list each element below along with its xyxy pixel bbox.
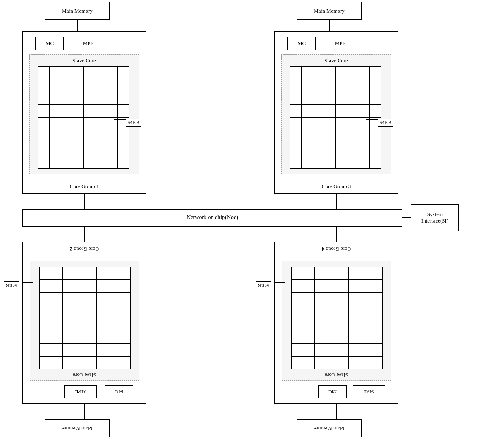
conn-kb-cg4 bbox=[274, 282, 285, 283]
core-group-4: Slave Core MPE MC C bbox=[274, 242, 398, 404]
grid-cg1 bbox=[38, 66, 129, 169]
conn-cg1-noc bbox=[84, 194, 85, 209]
main-memory-cg3: Main Memory bbox=[297, 2, 362, 20]
mpe-cg2: MPE bbox=[64, 385, 97, 398]
conn-kb-cg3 bbox=[366, 119, 378, 120]
conn-mm-cg3 bbox=[329, 20, 330, 31]
slave-core-cg4: Slave Core bbox=[282, 261, 391, 381]
grid-cg4 bbox=[291, 267, 383, 369]
core-group-1: MC MPE Slave Core C bbox=[22, 31, 146, 194]
cg4-label: Core Group 4 bbox=[275, 246, 398, 252]
main-memory-cg1: Main Memory bbox=[45, 2, 110, 20]
conn-mm-cg1 bbox=[77, 20, 78, 31]
main-memory-cg4: Main Memory bbox=[297, 419, 362, 437]
slave-core-label-cg1: Slave Core bbox=[30, 57, 139, 64]
slave-core-cg2: Slave Core bbox=[30, 261, 139, 381]
grid-cg2 bbox=[39, 267, 131, 369]
kb-label-cg2: 64KB bbox=[4, 281, 19, 289]
conn-cg3-noc bbox=[336, 194, 337, 209]
diagram-container: Main Memory MC MPE Slave Core bbox=[0, 0, 504, 443]
conn-noc-cg4 bbox=[336, 227, 337, 242]
core-group-3: MC MPE Slave Core Core Group 3 bbox=[274, 31, 398, 194]
mc-cg1: MC bbox=[35, 37, 64, 50]
conn-cg4-mm bbox=[336, 404, 337, 419]
conn-kb-cg1 bbox=[114, 119, 126, 120]
conn-kb-cg2 bbox=[22, 282, 33, 283]
cg2-label: Core Group 2 bbox=[23, 246, 146, 252]
cg1-label: Core Group 1 bbox=[23, 183, 146, 190]
mpe-cg1: MPE bbox=[72, 37, 104, 50]
mc-cg2: MC bbox=[105, 385, 133, 398]
slave-core-label-cg2: Slave Core bbox=[30, 372, 139, 378]
si-box: System Interface(SI) bbox=[411, 204, 459, 231]
main-memory-cg2: Main Memory bbox=[45, 419, 110, 437]
slave-core-label-cg4: Slave Core bbox=[282, 372, 391, 378]
slave-core-label-cg3: Slave Core bbox=[282, 57, 391, 64]
kb-label-cg3: 64KB bbox=[378, 119, 393, 127]
kb-label-cg4: 64KB bbox=[256, 281, 271, 289]
grid-cg3 bbox=[290, 66, 381, 169]
slave-core-cg1: Slave Core bbox=[29, 54, 139, 174]
mc-cg3: MC bbox=[287, 37, 316, 50]
cg3-label: Core Group 3 bbox=[275, 183, 398, 190]
conn-cg2-mm bbox=[84, 404, 85, 419]
mc-cg4: MC bbox=[318, 385, 347, 398]
conn-noc-si bbox=[402, 217, 411, 218]
slave-core-cg3: Slave Core bbox=[281, 54, 391, 174]
noc-bar: Network on chip(Noc) bbox=[22, 209, 402, 227]
kb-label-cg1: 64KB bbox=[126, 119, 141, 127]
conn-noc-cg2 bbox=[84, 227, 85, 242]
mpe-cg3: MPE bbox=[324, 37, 356, 50]
mpe-cg4: MPE bbox=[353, 385, 385, 398]
core-group-2: Slave Core MC MPE bbox=[22, 242, 146, 404]
